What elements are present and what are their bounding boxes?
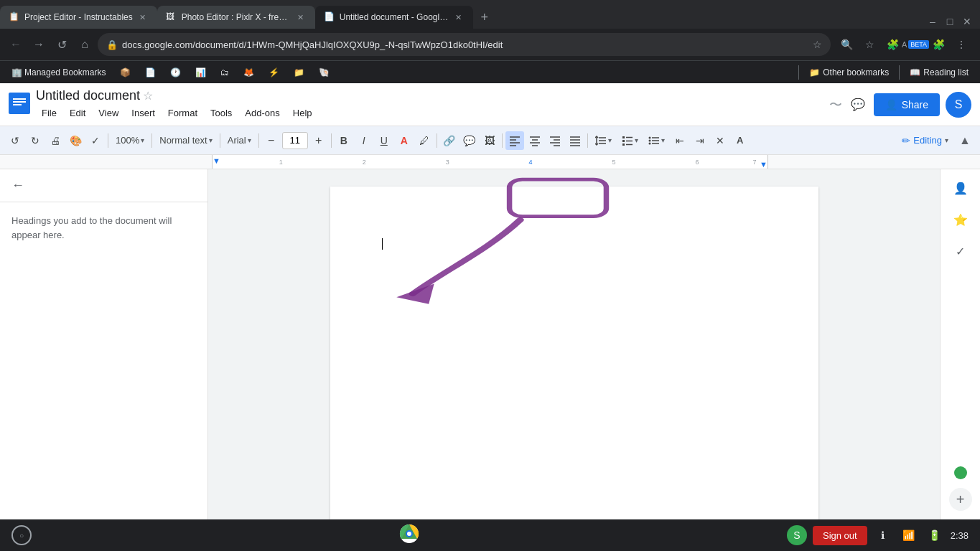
taskbar: ○ S Sign out ℹ 📶 <box>0 519 980 551</box>
home-button[interactable]: ⌂ <box>75 34 95 55</box>
doc-area[interactable] <box>208 169 940 519</box>
italic-button[interactable]: I <box>355 131 373 150</box>
bm-managed-bookmarks[interactable]: 🏢 Managed Bookmarks <box>6 64 111 81</box>
bm-item-6[interactable]: 🦊 <box>238 64 260 81</box>
link-button[interactable]: 🔗 <box>440 131 459 150</box>
tab-2-close[interactable]: ✕ <box>295 11 307 23</box>
search-icon[interactable]: 🔍 <box>836 34 857 55</box>
increase-font-button[interactable]: + <box>309 131 328 150</box>
spellcheck-button[interactable]: ✓ <box>86 131 105 150</box>
rp-icon-3[interactable]: ✓ <box>948 238 974 264</box>
star-page-icon[interactable]: ☆ <box>813 39 822 50</box>
activity-icon[interactable]: 〜 <box>829 96 842 113</box>
share-button[interactable]: 👤 Share <box>874 93 940 116</box>
svg-rect-0 <box>9 93 30 114</box>
bm-item-1[interactable]: 📦 <box>114 64 136 81</box>
tab-3[interactable]: 📄 Untitled document - Google Docs ✕ <box>315 6 473 29</box>
increase-indent-button[interactable]: ⇥ <box>691 131 709 150</box>
menu-insert[interactable]: Insert <box>126 105 161 121</box>
underline-button[interactable]: U <box>375 131 393 150</box>
forward-button[interactable]: → <box>29 34 49 55</box>
line-spacing-dropdown[interactable]: ▾ <box>591 131 616 150</box>
chrome-taskbar-icon[interactable] <box>399 524 419 547</box>
print-button[interactable]: 🖨 <box>46 131 65 150</box>
image-button[interactable]: 🖼 <box>480 131 499 150</box>
add-comment-button[interactable]: + <box>949 488 972 511</box>
maximize-button[interactable]: □ <box>943 14 957 29</box>
tab-3-close[interactable]: ✕ <box>453 11 465 23</box>
clear-format-button[interactable]: ✕ <box>711 131 729 150</box>
back-button[interactable]: ← <box>6 34 26 55</box>
rp-icon-2[interactable]: ⭐ <box>948 207 974 232</box>
menu-edit[interactable]: Edit <box>64 105 91 121</box>
menu-format[interactable]: Format <box>162 105 203 121</box>
bm-item-2[interactable]: 📄 <box>139 64 162 81</box>
docs-star[interactable]: ☆ <box>143 89 153 103</box>
wifi-icon[interactable]: 📶 <box>899 525 919 545</box>
list-format-dropdown[interactable]: ▾ <box>617 131 643 150</box>
tab-1[interactable]: 📋 Project Editor - Instructables ✕ <box>0 6 157 29</box>
font-size-input[interactable]: 11 <box>282 132 308 149</box>
extension-puzzle-icon[interactable]: 🧩 <box>928 34 948 55</box>
paint-format-button[interactable]: 🎨 <box>66 131 85 150</box>
address-input-wrap[interactable]: 🔒 docs.google.com/document/d/1HWm-QMHjQa… <box>98 33 831 56</box>
align-left-button[interactable] <box>505 131 524 150</box>
menu-file[interactable]: File <box>36 105 62 121</box>
zoom-dropdown[interactable]: 100% ▾ <box>111 131 149 150</box>
input-tools-button[interactable]: A <box>731 131 750 150</box>
text-color-button[interactable]: A <box>395 131 414 150</box>
align-center-button[interactable] <box>526 131 544 150</box>
rp-icon-1[interactable]: 👤 <box>948 175 974 201</box>
text-style-dropdown[interactable]: Normal text ▾ <box>155 131 216 150</box>
editing-mode-button[interactable]: ✏ Editing ▾ <box>896 132 954 149</box>
sidebar-back-button[interactable]: ← <box>11 178 24 193</box>
taskbar-start-button[interactable]: ○ <box>11 525 32 545</box>
highlight-button[interactable]: 🖊 <box>415 131 434 150</box>
menu-addons[interactable]: Add-ons <box>239 105 285 121</box>
new-tab-button[interactable]: + <box>473 6 496 29</box>
redo-button[interactable]: ↻ <box>26 131 45 150</box>
sign-out-button[interactable]: Sign out <box>813 526 867 545</box>
menu-view[interactable]: View <box>93 105 124 121</box>
translate-icon[interactable]: A BETA <box>905 34 925 55</box>
bookmark-icon[interactable]: ☆ <box>859 34 879 55</box>
menu-help[interactable]: Help <box>287 105 318 121</box>
close-button[interactable]: ✕ <box>960 14 974 29</box>
bm-item-5[interactable]: 🗂 <box>215 64 235 81</box>
bullet-list-dropdown[interactable]: ▾ <box>644 131 669 150</box>
bm-item-7[interactable]: ⚡ <box>263 64 285 81</box>
reload-button[interactable]: ↺ <box>52 34 72 55</box>
align-right-button[interactable] <box>546 131 564 150</box>
extension-icon-1[interactable]: 🧩 <box>882 34 902 55</box>
user-avatar[interactable]: S <box>946 92 971 118</box>
svg-rect-2 <box>13 101 26 103</box>
other-bookmarks[interactable]: 📁 Other bookmarks <box>803 64 895 81</box>
justify-button[interactable] <box>566 131 584 150</box>
bm-item-8[interactable]: 📁 <box>288 64 310 81</box>
docs-title[interactable]: Untitled document <box>36 88 140 103</box>
bold-button[interactable]: B <box>335 131 353 150</box>
font-dropdown[interactable]: Arial ▾ <box>223 131 256 150</box>
minimize-button[interactable]: – <box>925 14 940 29</box>
doc-page[interactable] <box>330 187 818 519</box>
undo-button[interactable]: ↺ <box>6 131 24 150</box>
info-icon[interactable]: ℹ <box>873 525 893 545</box>
menu-tools[interactable]: Tools <box>205 105 238 121</box>
svg-point-31 <box>648 139 650 141</box>
comment-button[interactable]: 💬 <box>460 131 479 150</box>
ruler-label-2: 2 <box>363 159 366 166</box>
battery-icon[interactable]: 🔋 <box>925 525 945 545</box>
toolbar-separator-4 <box>258 133 259 148</box>
menu-icon[interactable]: ⋮ <box>951 34 971 55</box>
reading-list[interactable]: 📖 Reading list <box>904 64 974 81</box>
tab-2[interactable]: 🖼 Photo Editor : Pixlr X - free imag... … <box>157 6 315 29</box>
decrease-indent-button[interactable]: ⇤ <box>671 131 689 150</box>
taskbar-user-avatar[interactable]: S <box>787 525 807 545</box>
tab-1-close[interactable]: ✕ <box>137 11 149 23</box>
decrease-font-button[interactable]: − <box>262 131 281 150</box>
bm-item-9[interactable]: 🐚 <box>313 64 335 81</box>
comments-button[interactable]: 💬 <box>848 95 868 115</box>
bm-item-3[interactable]: 🕐 <box>164 64 187 81</box>
expand-toolbar-button[interactable]: ▲ <box>956 131 974 150</box>
bm-item-4[interactable]: 📊 <box>190 64 212 81</box>
